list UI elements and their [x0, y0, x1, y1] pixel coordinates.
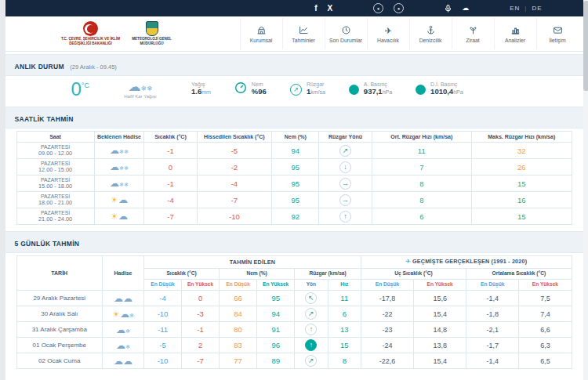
nav-item-tahminler[interactable]: Tahminler [282, 18, 325, 49]
weather-icon: ☁❄❄ [94, 159, 144, 176]
col-hissedilen: Hissedilen Sıcaklık (°C) [197, 132, 272, 143]
extreme-max-cell: 13,8 [414, 338, 466, 353]
current-conditions: 0 °C ☁❄❄ Hafif Kar Yağışı Yağış 1.6mm Ne… [5, 76, 583, 104]
lbl-en-dusuk: En Düşük [466, 280, 519, 291]
temp-min-cell: -10 [144, 306, 182, 322]
section-title: ANLIK DURUM [15, 63, 64, 71]
temp-max-cell: -3 [182, 306, 220, 322]
extreme-max-cell: 15,6 [414, 291, 466, 306]
feels-like-cell: -5 [197, 143, 272, 159]
twitter-x-icon[interactable]: X [328, 5, 333, 13]
wind-direction-cell: → [319, 176, 372, 192]
plane-icon: ✈ [405, 258, 411, 265]
feels-like-cell: -7 [197, 192, 272, 208]
wind-direction-icon: ↓ [339, 161, 351, 173]
row-day: PAZARTESİ [18, 144, 93, 150]
scrollbar-thumb[interactable] [583, 1, 588, 91]
lbl-en-dusuk: En Düşük [220, 280, 257, 291]
avg-max-cell: 6,5 [519, 353, 572, 369]
wind-unit: km/sa [310, 89, 325, 95]
sea-level-pressure-unit: hPa [453, 89, 463, 95]
avg-min-cell: -1,7 [466, 338, 519, 353]
sub-ortalama-sicaklik: Ortalama Sıcaklık (°C) [466, 269, 572, 280]
temp-min-cell: -4 [144, 291, 182, 306]
section-title: SAATLİK TAHMİN [15, 115, 74, 123]
nav-item-denizcilik[interactable]: Denizcilik [409, 18, 452, 49]
avg-min-cell: -1,4 [466, 291, 519, 306]
wind-direction-icon: ↗ [305, 355, 317, 367]
col-ruzgar-yonu: Rüzgar Yönü [319, 132, 372, 143]
humidity-gauge-icon [234, 81, 247, 97]
facebook-icon[interactable]: f [314, 5, 317, 13]
nav-item-son-durumlar[interactable]: Son Durumlar [325, 18, 367, 49]
lbl-en-yuksek: En Yüksek [519, 280, 572, 291]
wind-direction-icon: ↗ [290, 84, 302, 96]
lang-en[interactable]: EN [510, 5, 520, 12]
scrollbar[interactable] [583, 0, 588, 380]
max-wind-cell: 15 [472, 208, 572, 225]
wind-direction-cell: ↗ [295, 306, 328, 322]
nav-item-ziraat[interactable]: Ziraat [452, 18, 494, 49]
app-badge-icon[interactable]: ● [394, 3, 404, 13]
weather-cloud-icon[interactable]: ☁ [462, 5, 469, 12]
wind-direction-icon: ↗ [305, 308, 317, 320]
nav-item-analizler[interactable]: Analizler [494, 18, 536, 49]
nav-item-iletisim[interactable]: İletişim [536, 18, 579, 49]
building-icon [256, 25, 267, 35]
temp-max-cell: -1 [182, 322, 220, 338]
max-wind-cell: 26 [472, 159, 572, 176]
avg-min-cell: -1,8 [466, 306, 519, 322]
section-anlik-durum: ANLIK DURUM (29 Aralık - 09.45) [5, 54, 583, 76]
max-wind-cell: 15 [472, 176, 572, 192]
col-nem: Nem (%) [272, 132, 319, 143]
ministry-logo[interactable]: T.C. ÇEVRE, ŞEHİRCİLİK VE İKLİM DEĞİŞİKL… [60, 21, 122, 45]
wind-direction-icon: → [339, 194, 351, 206]
mgm-logo[interactable]: METEOROLOJİ GENEL MÜDÜRLÜĞÜ [122, 21, 183, 45]
avg-wind-cell: 7 [372, 159, 471, 176]
humidity-value: %96 [252, 87, 267, 96]
extreme-min-cell: -22 [361, 306, 413, 322]
plane-icon: ✈ [384, 25, 391, 35]
feels-like-cell: -2 [197, 159, 272, 176]
row-time: 21.00 - 24.00 [18, 215, 93, 223]
lbl-en-yuksek: En Yüksek [414, 280, 466, 291]
humidity-cell: 92 [272, 208, 319, 225]
current-condition: ☁❄❄ Hafif Kar Yağışı [113, 81, 168, 99]
wind-direction-cell: ↗ [295, 353, 328, 369]
humidity-cell: 94 [272, 143, 319, 159]
extreme-min-cell: -17,8 [361, 291, 413, 306]
avg-min-cell: -2,1 [466, 322, 519, 338]
temp-cell: -4 [144, 192, 197, 208]
lbl-en-yuksek: En Yüksek [257, 280, 295, 291]
avg-max-cell: 7,4 [519, 306, 572, 322]
sub-uc-sicaklik: Uç Sıcaklık (°C) [361, 269, 466, 280]
extreme-min-cell: -22,6 [361, 353, 413, 369]
extreme-min-cell: -23 [361, 322, 413, 338]
lang-de[interactable]: DE [532, 5, 542, 12]
row-time: 09.00 - 12.00 [18, 150, 93, 157]
weather-icon: ☁❄❄ [94, 176, 144, 192]
pressure-dot-icon [416, 85, 426, 95]
main-nav: Kurumsal Tahminler Son Durumlar ✈ Havacı… [240, 18, 579, 49]
wind-speed-cell: 11 [328, 291, 361, 306]
feels-like-cell: -4 [197, 176, 272, 192]
mobile-app-icon[interactable]: ● [373, 3, 383, 13]
actual-pressure-label: A. Basınç [364, 81, 392, 87]
plant-icon [468, 25, 478, 35]
avg-max-cell: 6,6 [519, 322, 572, 338]
humidity-cell: 95 [272, 159, 319, 176]
microphone-icon[interactable] [445, 4, 452, 13]
actual-pressure-item: A. Basınç 937,1hPa [349, 81, 392, 96]
header: T.C. ÇEVRE, ŞEHİRCİLİK VE İKLİM DEĞİŞİKL… [5, 16, 583, 52]
wind-direction-icon: ↑ [339, 211, 351, 223]
temp-cell: -7 [144, 208, 197, 225]
date-cell: 31 Aralık Çarşamba [16, 322, 103, 338]
wind-speed-cell: 8 [328, 353, 361, 369]
hourly-row: PAZARTESİ21.00 - 24.00 ☀☁ -7 -10 92 ↑ 6 … [16, 208, 572, 225]
ministry-crest-icon [83, 21, 98, 36]
wind-direction-cell: ↑ [319, 208, 372, 225]
nav-item-havacilik[interactable]: ✈ Havacılık [367, 18, 409, 49]
col-hadise: Hadise [103, 256, 144, 291]
line-chart-icon [299, 25, 309, 35]
nav-item-kurumsal[interactable]: Kurumsal [240, 18, 282, 49]
